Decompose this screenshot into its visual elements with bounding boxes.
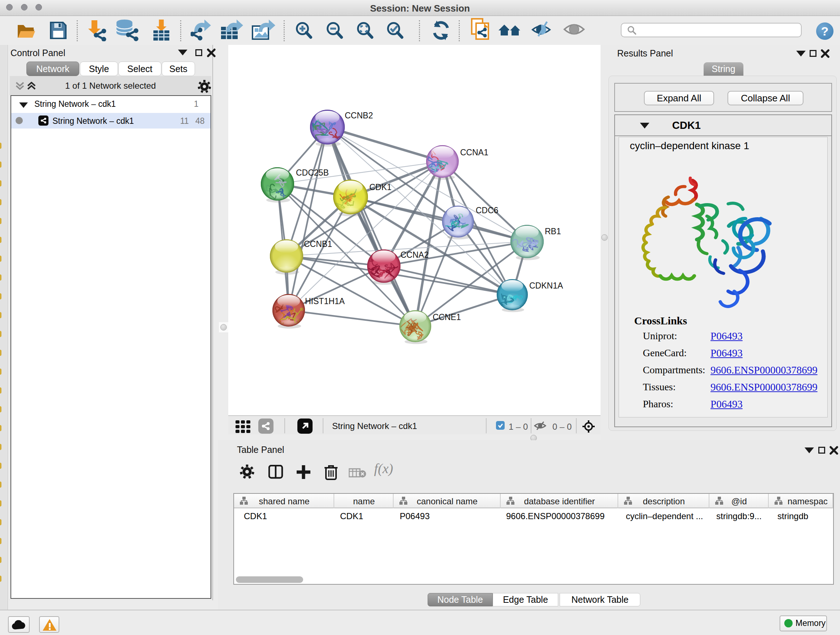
svg-text:CCNA1: CCNA1 [460, 148, 488, 157]
svg-text:RB1: RB1 [545, 226, 561, 236]
svg-text:CDK1: CDK1 [369, 182, 392, 192]
svg-text:CCNA2: CCNA2 [401, 250, 429, 260]
svg-text:CCNB2: CCNB2 [345, 111, 373, 120]
svg-text:CDC25B: CDC25B [296, 168, 329, 177]
svg-text:CCNE1: CCNE1 [433, 312, 461, 322]
svg-text:CDKN1A: CDKN1A [529, 281, 563, 290]
svg-text:CCNB1: CCNB1 [304, 239, 332, 249]
svg-text:HIST1H1A: HIST1H1A [305, 296, 345, 306]
svg-text:CDC6: CDC6 [476, 206, 499, 215]
